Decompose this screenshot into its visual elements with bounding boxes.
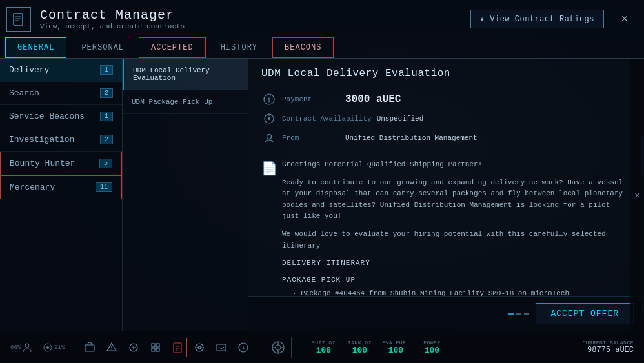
- availability-value: Unspecified: [377, 115, 631, 123]
- sidebar-badge: 1: [100, 65, 113, 75]
- section-itinerary: DELIVERY ITINERARY: [282, 258, 631, 270]
- stat-label: EVA FUEL: [382, 340, 409, 346]
- nav-icon-6[interactable]: [212, 338, 231, 357]
- body-content: Greetings Potential Qualified Shipping P…: [282, 159, 631, 296]
- contract-item-1[interactable]: UDM Package Pick Up: [123, 90, 248, 114]
- svg-rect-13: [85, 345, 94, 351]
- svg-point-32: [276, 345, 281, 350]
- sidebar-badge: 2: [100, 88, 113, 98]
- tab-accepted[interactable]: ACCEPTED: [139, 37, 206, 58]
- accept-offer-button[interactable]: ACCEPT OFFER: [536, 303, 634, 324]
- stat-label: TANK O2: [348, 340, 372, 346]
- stat-power: POWER 100: [416, 340, 448, 355]
- middle-panel: UDM Local Delivery Evaluation UDM Packag…: [123, 59, 248, 331]
- svg-rect-19: [156, 344, 159, 347]
- tab-history[interactable]: HISTORY: [208, 37, 270, 58]
- stats-section: SUIT O2 100 TANK O2 100 EVA FUEL 100 POW…: [307, 340, 448, 355]
- sidebar-item-mercenary[interactable]: Mercenary 11: [0, 175, 122, 199]
- svg-rect-18: [152, 344, 155, 347]
- sidebar-item-bounty-hunter[interactable]: Bounty Hunter 5: [0, 152, 122, 175]
- balance-section: CURRENT BALANCE 98775 aUEC: [582, 340, 634, 355]
- from-label: From: [282, 134, 340, 142]
- from-icon: [261, 130, 277, 146]
- stat-value: 100: [388, 346, 403, 355]
- detail-title: UDM Local Delivery Evaluation: [261, 68, 631, 79]
- sidebar-badge: 2: [100, 135, 113, 144]
- title-text: Contract Manager View, accept, and creat…: [40, 8, 185, 30]
- detail-header: UDM Local Delivery Evaluation: [248, 59, 644, 86]
- sidebar-badge: 11: [96, 182, 112, 192]
- nav-icon-2[interactable]: [102, 338, 121, 357]
- sidebar-item-delivery[interactable]: Delivery 1: [0, 59, 122, 82]
- sidebar-item-search[interactable]: Search 2: [0, 82, 122, 105]
- right-close-panel[interactable]: ✕: [630, 59, 644, 331]
- sidebar: Delivery 1 Search 2 Service Beacons 1 In…: [0, 59, 123, 331]
- tab-general[interactable]: GENERAL: [5, 37, 66, 58]
- sidebar-label: Delivery: [9, 65, 49, 75]
- tabs-row: GENERAL PERSONAL ACCEPTED HISTORY BEACON…: [0, 37, 644, 59]
- balance-value: 98775 aUEC: [587, 346, 634, 355]
- title-section: Contract Manager View, accept, and creat…: [6, 7, 185, 32]
- stat-value: 100: [352, 346, 367, 355]
- scroll-indicator: [508, 313, 529, 315]
- stat-label: SUIT O2: [312, 340, 336, 346]
- detail-footer: ACCEPT OFFER: [248, 296, 644, 331]
- sidebar-item-service-beacons[interactable]: Service Beacons 1: [0, 105, 122, 128]
- svg-point-7: [268, 117, 270, 120]
- availability-icon: [261, 111, 277, 126]
- stat-label: POWER: [423, 340, 441, 346]
- detail-panel: UDM Local Delivery Evaluation $ Payment …: [248, 59, 644, 331]
- close-button[interactable]: ×: [616, 10, 634, 28]
- payment-value: 3000 aUEC: [345, 93, 631, 105]
- svg-point-27: [198, 346, 201, 349]
- scroll-dot-2: [516, 313, 521, 315]
- contract-icon: [6, 7, 31, 32]
- sidebar-badge: 5: [99, 159, 112, 168]
- status-bar: 66% 91%: [0, 331, 644, 363]
- payment-icon: $: [261, 92, 277, 107]
- svg-point-9: [267, 135, 272, 139]
- nav-icon-1[interactable]: [80, 338, 99, 357]
- sidebar-label: Service Beacons: [9, 112, 85, 121]
- body-greeting: Greetings Potential Qualified Shipping P…: [282, 159, 631, 171]
- nav-icon-4[interactable]: [146, 338, 165, 357]
- sidebar-label: Search: [9, 88, 39, 98]
- top-bar: Contract Manager View, accept, and creat…: [0, 0, 644, 37]
- svg-point-16: [112, 349, 113, 350]
- sidebar-label: Bounty Hunter: [10, 159, 75, 168]
- section-pickup: PACKAGE PICK UP: [282, 275, 631, 286]
- action-block: [265, 337, 292, 358]
- stat-eva-fuel: EVA FUEL 100: [379, 340, 412, 355]
- pickup-item: · Package #404464 from Shubin Mining Fac…: [282, 288, 631, 296]
- svg-text:$: $: [267, 97, 271, 104]
- nav-icon-contracts-active[interactable]: [168, 338, 187, 357]
- contract-item-0[interactable]: UDM Local Delivery Evaluation: [123, 59, 248, 90]
- target-icon: [43, 342, 53, 353]
- svg-point-12: [46, 346, 49, 349]
- detail-body: 📄 Greetings Potential Qualified Shipping…: [248, 150, 644, 296]
- sidebar-label: Mercenary: [10, 182, 55, 192]
- tab-personal[interactable]: PERSONAL: [69, 37, 136, 58]
- svg-rect-0: [14, 14, 23, 25]
- balance-label: CURRENT BALANCE: [582, 340, 634, 346]
- availability-label: Contract Availability: [282, 115, 372, 123]
- body-p1: Ready to contribute to our growing and e…: [282, 177, 631, 222]
- nav-icon-3[interactable]: [124, 338, 143, 357]
- svg-rect-30: [217, 344, 226, 351]
- stat-tank-o2: TANK O2 100: [343, 340, 376, 355]
- sidebar-item-investigation[interactable]: Investigation 2: [0, 128, 122, 152]
- scroll-dot-3: [524, 313, 529, 315]
- scroll-dot-1: [508, 313, 514, 315]
- action-icon: [270, 340, 286, 355]
- stat-value: 100: [425, 346, 439, 355]
- person-icon: [22, 342, 32, 353]
- nav-icon-5[interactable]: [190, 338, 209, 357]
- svg-rect-21: [156, 348, 159, 351]
- tab-beacons[interactable]: BEACONS: [272, 37, 334, 58]
- stat-value: 100: [316, 346, 331, 355]
- svg-rect-20: [152, 348, 155, 351]
- body-p2: We would love to evaluate your hiring po…: [282, 229, 631, 251]
- view-ratings-button[interactable]: ★ View Contract Ratings: [470, 10, 604, 28]
- sidebar-badge: 1: [100, 112, 113, 121]
- nav-icon-7[interactable]: [234, 338, 253, 357]
